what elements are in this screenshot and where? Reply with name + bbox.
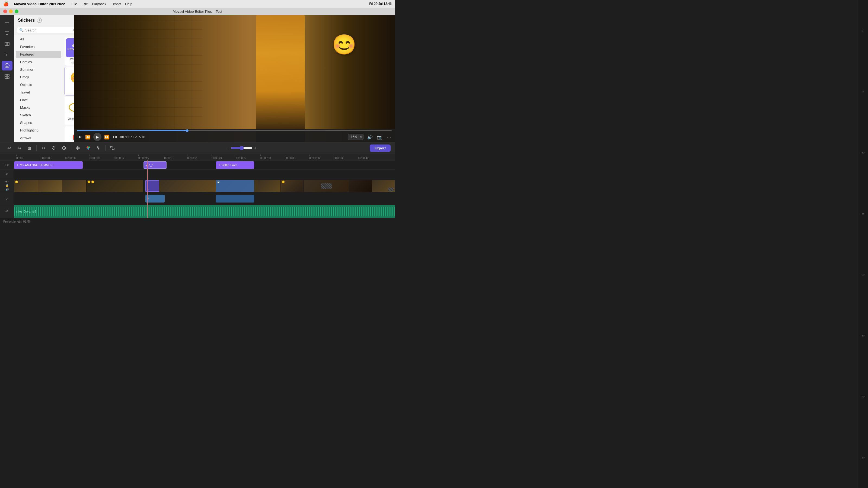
detach-button[interactable] (108, 144, 117, 152)
svg-rect-2 (5, 42, 7, 45)
nav-item-masks[interactable]: Masks (16, 104, 61, 111)
svg-text:T: T (5, 53, 7, 57)
video-segment-2[interactable]: ★ ★ (87, 180, 144, 192)
aspect-ratio-select[interactable]: 16:9 9:16 1:1 4:3 (348, 134, 364, 140)
sidebar-add-media[interactable] (2, 18, 12, 27)
app-body: T Stickers ? 🔍 ✕ 🛒 (0, 15, 395, 225)
ruler-mark-2: 00:00:06 (65, 155, 90, 160)
sticker-blue-clip[interactable]: ★ (216, 180, 254, 192)
stickers-layout: All Favorites Featured Comics Summer Emo… (14, 35, 74, 142)
text-track-icon: T (4, 163, 6, 167)
audio-clip-1[interactable]: ★ (145, 195, 164, 202)
sidebar-effects[interactable] (2, 72, 12, 82)
stickers-help-button[interactable]: ? (37, 18, 42, 23)
ruler-mark-3: 00:00:09 (90, 155, 114, 160)
sticker-grid: movavi Effects Store Want more stickers? (63, 35, 74, 142)
video-lock-icon[interactable]: 🔒 (5, 184, 9, 187)
zoom-in-icon[interactable]: + (254, 146, 256, 150)
rotate-button[interactable] (49, 144, 58, 152)
stickers-nav: All Favorites Featured Comics Summer Emo… (14, 35, 63, 142)
timeline-ruler: 00:00 00:00:03 00:00:06 00:00:09 00:00:1… (0, 154, 395, 161)
undo-button[interactable]: ↩ (4, 144, 13, 152)
video-background: 😊 (74, 15, 395, 142)
apple-logo: 🍎 (3, 1, 9, 6)
export-button[interactable]: Export (370, 144, 391, 152)
close-button[interactable] (3, 9, 7, 13)
video-mute-icon[interactable]: 🔊 (5, 188, 9, 191)
snapshot-button[interactable]: 📷 (376, 134, 383, 140)
nav-item-arrows[interactable]: Arrows (16, 134, 61, 141)
nav-item-emoji[interactable]: Emoji (16, 73, 61, 81)
audio-clip-2[interactable] (216, 195, 254, 202)
video-segment-5[interactable]: ★ (258, 180, 395, 192)
nav-item-featured[interactable]: Featured (16, 51, 61, 58)
menu-edit[interactable]: Edit (82, 2, 88, 6)
minimize-button[interactable] (9, 9, 13, 13)
delete-button[interactable]: 🗑 (25, 144, 34, 152)
menu-help[interactable]: Help (125, 2, 132, 6)
progress-track[interactable] (77, 130, 392, 131)
ruler-mark-1: 00:00:03 (41, 155, 65, 160)
audio-button[interactable]: 🎙 (94, 144, 103, 152)
nav-item-travel[interactable]: Travel (16, 89, 61, 96)
audio-wave[interactable]: sfree_Days.mp3 (14, 205, 395, 218)
skip-end-button[interactable]: ⏭ (112, 134, 118, 140)
eye-icon[interactable]: 👁 (7, 163, 10, 167)
sticker-partial-1[interactable]: 🔴 (65, 126, 74, 142)
nav-item-summer[interactable]: Summer (16, 66, 61, 73)
sidebar-filters[interactable] (2, 28, 12, 38)
nav-item-sketch[interactable]: Sketch (16, 111, 61, 119)
volume-button[interactable]: 🔊 (367, 134, 373, 140)
zoom-out-icon[interactable]: − (227, 146, 229, 150)
sticker-face-selected[interactable]: 😊 ^_^ (65, 67, 74, 95)
ruler-mark-11: 00:00:33 (285, 155, 309, 160)
video-track-eye-icon[interactable]: 👁 (5, 180, 8, 183)
fullscreen-button[interactable] (14, 9, 19, 13)
nav-item-shapes[interactable]: Shapes (16, 119, 61, 126)
controls-right: 16:9 9:16 1:1 4:3 🔊 📷 ⋯ (348, 134, 392, 140)
sticker-track-eye-icon[interactable]: 👁 (5, 173, 8, 176)
controls-row: ⏮ ⏪ ▶ ⏩ ⏭ 00:00:12.510 16:9 9:16 1:1 4:3 (77, 133, 392, 141)
separator-2 (71, 145, 71, 151)
search-input[interactable] (25, 28, 71, 32)
svg-point-22 (87, 147, 88, 148)
video-segment-1[interactable]: ★ (14, 180, 87, 192)
separator-3 (105, 145, 105, 151)
insert-button[interactable] (73, 144, 83, 152)
play-button[interactable]: ▶ (93, 133, 101, 141)
clip-text-selfie[interactable]: ⊤ Selfie Time! (216, 161, 254, 169)
more-options-button[interactable]: ⋯ (386, 134, 392, 140)
cut-button[interactable]: ✂ (39, 144, 48, 152)
clip-text-amazing[interactable]: ⊤ MY AMAZING SUMMER I (14, 161, 83, 169)
clip-sticker-face[interactable]: ⊙ ^_^ (144, 161, 166, 169)
sticker-store[interactable]: movavi Effects Store Want more stickers? (65, 37, 74, 66)
nav-item-all[interactable]: All (16, 35, 61, 43)
speed-button[interactable] (59, 144, 69, 152)
nav-item-highlighting[interactable]: Highlighting (16, 127, 61, 134)
playhead[interactable] (147, 161, 148, 218)
menu-playback[interactable]: Playback (92, 2, 106, 6)
sidebar-titles[interactable]: T (2, 50, 12, 60)
sticker-oval[interactable]: Animated oval (65, 97, 74, 125)
zoom-slider[interactable] (231, 146, 252, 150)
sidebar-transitions[interactable] (2, 39, 12, 49)
step-back-button[interactable]: ⏪ (85, 134, 91, 140)
menu-file[interactable]: File (72, 2, 77, 6)
progress-thumb[interactable] (186, 129, 188, 132)
sidebar-stickers[interactable] (2, 61, 12, 70)
svg-point-6 (6, 65, 6, 65)
color-button[interactable] (84, 144, 93, 152)
nav-item-love[interactable]: Love (16, 96, 61, 104)
clip-sticker-label: ^_^ (149, 163, 153, 167)
step-forward-button[interactable]: ⏩ (104, 134, 110, 140)
skip-start-button[interactable]: ⏮ (77, 134, 83, 140)
nav-item-favorites[interactable]: Favorites (16, 43, 61, 51)
nav-item-objects[interactable]: Objects (16, 81, 61, 88)
audio-track-eye-icon[interactable]: 👁 (5, 209, 9, 214)
search-input-wrap[interactable]: 🔍 ✕ (17, 27, 78, 33)
text-track-controls: T 👁 (0, 161, 14, 170)
video-segment-3[interactable] (159, 180, 216, 192)
nav-item-comics[interactable]: Comics (16, 58, 61, 66)
menu-export[interactable]: Export (111, 2, 121, 6)
redo-button[interactable]: ↪ (14, 144, 24, 152)
